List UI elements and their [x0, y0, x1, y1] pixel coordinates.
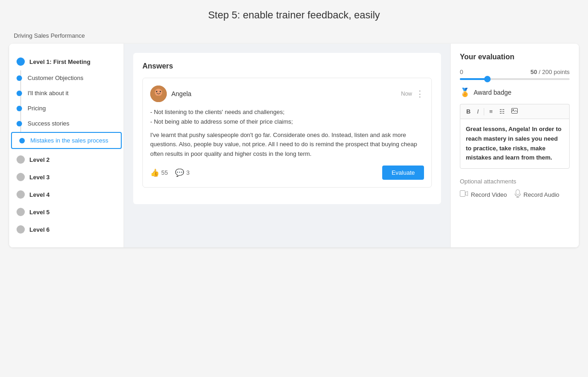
sidebar-item-success-stories[interactable]: Success stories: [9, 116, 124, 131]
comment-count: 3: [186, 169, 189, 176]
slider-fill: [460, 78, 487, 80]
points-min: 0: [460, 69, 463, 75]
level-5-dot: [17, 208, 25, 216]
like-button[interactable]: 👍 55: [150, 168, 168, 177]
level-6-label: Level 6: [29, 226, 50, 233]
lesson-label: I'll think about it: [28, 90, 68, 97]
level-5-header[interactable]: Level 5: [9, 203, 124, 221]
evaluate-button[interactable]: Evaluate: [382, 166, 424, 180]
record-audio-label: Record Audio: [524, 191, 560, 198]
level-4-dot: [17, 190, 25, 199]
svg-point-4: [160, 91, 161, 92]
level-1-label: Level 1: First Meeting: [29, 58, 90, 65]
points-slider[interactable]: [460, 78, 570, 80]
level-6-dot: [17, 225, 25, 234]
badge-icon: 🏅: [460, 87, 470, 97]
comment-icon: 💬: [175, 168, 184, 177]
answer-line2: - Not being able to address some of thei…: [150, 117, 424, 127]
slider-thumb: [484, 76, 491, 82]
level-2-header[interactable]: Level 2: [9, 151, 124, 168]
lesson-label: Pricing: [28, 105, 46, 112]
award-badge-label: Award badge: [474, 89, 511, 96]
sidebar-item-pricing[interactable]: Pricing: [9, 101, 124, 116]
toolbar-image-button[interactable]: [509, 107, 520, 116]
answer-line1: - Not listening to the clients' needs an…: [150, 108, 424, 117]
microphone-icon: [514, 189, 521, 200]
sidebar-item-customer-objections[interactable]: Customer Objections: [9, 70, 124, 86]
level-2-dot: [17, 155, 25, 164]
level-5-label: Level 5: [29, 209, 50, 216]
toolbar-list-button[interactable]: ☷: [497, 107, 507, 116]
lesson-label: Success stories: [28, 120, 69, 127]
user-name: Angela: [171, 90, 192, 97]
answer-timestamp: Now: [401, 91, 412, 97]
answer-header: Angela Now ⋮: [150, 86, 424, 102]
like-count: 55: [161, 169, 168, 176]
record-video-button[interactable]: Record Video: [460, 189, 507, 200]
lesson-dot: [17, 106, 22, 111]
slider-track: [460, 78, 570, 80]
lesson-label: Customer Objections: [28, 74, 83, 81]
lesson-dot: [19, 138, 25, 143]
lesson-label: Mistakes in the sales process: [30, 137, 108, 144]
page-title: Step 5: enable trainer feedback, easily: [9, 9, 579, 21]
thumbs-up-icon: 👍: [150, 168, 159, 177]
record-audio-button[interactable]: Record Audio: [514, 189, 560, 200]
answer-footer: 👍 55 💬 3 Evaluate: [150, 166, 424, 180]
points-value: 50 / 200 points: [531, 69, 570, 75]
attach-buttons: Record Video Record Audio: [460, 189, 570, 200]
sidebar-item-mistakes-sales[interactable]: Mistakes in the sales process: [11, 132, 122, 149]
answers-title: Answers: [142, 62, 432, 70]
level-1-group: Level 1: First Meeting Customer Objectio…: [9, 53, 124, 149]
answer-meta: Now ⋮: [401, 90, 424, 98]
toolbar-bold-button[interactable]: B: [464, 107, 473, 116]
sidebar: Level 1: First Meeting Customer Objectio…: [9, 44, 124, 247]
level-3-header[interactable]: Level 3: [9, 168, 124, 186]
answer-card: Angela Now ⋮ - Not listening to the clie…: [142, 78, 432, 188]
svg-rect-8: [516, 190, 520, 195]
course-label: Driving Sales Performance: [9, 32, 579, 39]
answer-user: Angela: [150, 86, 192, 102]
toolbar-divider-1: [484, 108, 484, 115]
optional-attach-title: Optional attachments: [460, 178, 570, 185]
evaluation-panel: Your evaluation 0 50 / 200 points 🏅 Awar…: [450, 44, 579, 247]
answer-para: I've learnt that pushy salespeople don't…: [150, 131, 424, 159]
award-badge-row: 🏅 Award badge: [460, 87, 570, 97]
record-video-label: Record Video: [471, 191, 507, 198]
answers-panel: Answers: [133, 53, 441, 204]
level-4-header[interactable]: Level 4: [9, 186, 124, 203]
more-options-icon[interactable]: ⋮: [416, 90, 424, 98]
editor-area[interactable]: Great lessons, Angela! In order to reach…: [460, 119, 570, 169]
avatar: [150, 86, 167, 102]
avatar-image: [150, 86, 167, 102]
answer-body: - Not listening to the clients' needs an…: [150, 108, 424, 159]
toolbar-italic-button[interactable]: I: [475, 107, 481, 116]
toolbar-align-button[interactable]: ≡: [487, 107, 495, 116]
lesson-dot: [17, 75, 22, 81]
level-3-dot: [17, 173, 25, 181]
evaluation-title: Your evaluation: [460, 53, 570, 61]
lesson-list: Customer Objections I'll think about it …: [9, 70, 124, 149]
content-area: Answers: [124, 44, 450, 247]
level-3-label: Level 3: [29, 174, 50, 181]
sidebar-item-think-about-it[interactable]: I'll think about it: [9, 86, 124, 101]
lesson-dot: [17, 121, 22, 126]
level-6-header[interactable]: Level 6: [9, 221, 124, 238]
svg-point-3: [156, 91, 158, 92]
level-4-label: Level 4: [29, 191, 50, 198]
level-1-dot: [17, 57, 25, 66]
points-row: 0 50 / 200 points: [460, 69, 570, 75]
editor-content: Great lessons, Angela! In order to reach…: [466, 126, 561, 161]
editor-toolbar: B I ≡ ☷: [460, 104, 570, 119]
svg-point-1: [155, 89, 162, 96]
level-2-label: Level 2: [29, 156, 50, 163]
comment-button[interactable]: 💬 3: [175, 168, 189, 177]
level-1-header[interactable]: Level 1: First Meeting: [9, 53, 124, 70]
svg-rect-7: [460, 191, 465, 197]
lesson-dot: [17, 91, 22, 96]
video-icon: [460, 190, 468, 199]
reaction-group: 👍 55 💬 3: [150, 168, 190, 177]
editor-container: B I ≡ ☷ Great lessons, Angela! In orde: [460, 104, 570, 169]
optional-attachments: Optional attachments Record Video: [460, 178, 570, 200]
